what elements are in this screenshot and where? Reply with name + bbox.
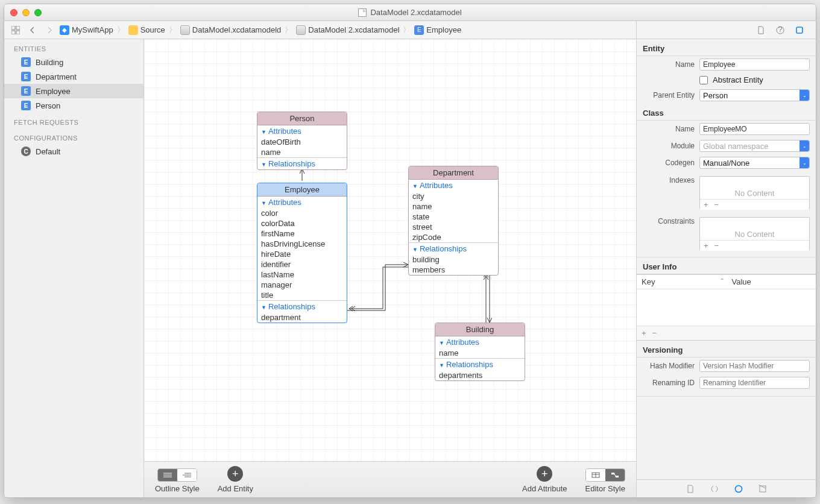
relationships-section[interactable]: ▼Relationships [409,242,498,254]
media-library-tab[interactable] [756,483,769,495]
svg-rect-6 [796,27,803,33]
help-inspector-tab[interactable]: ? [774,24,787,36]
hash-modifier-field[interactable] [699,360,810,372]
file-template-library-tab[interactable] [684,483,697,495]
datamodel-inspector-tab[interactable] [793,24,806,36]
attribute[interactable]: hireDate [257,249,347,259]
sidebar-entity-department[interactable]: EDepartment [4,69,144,84]
entity-icon: E [414,25,424,35]
editor-style-table-icon[interactable] [586,469,605,481]
attribute[interactable]: firstName [257,228,347,239]
editor-style-graph-icon[interactable] [605,469,625,481]
relationship[interactable]: building [409,254,498,265]
codegen-select[interactable]: Manual/None⌄ [699,157,810,169]
relationships-section[interactable]: ▼Relationships [257,157,347,169]
attribute[interactable]: lastName [257,269,347,280]
inspector-selector: ? [636,21,816,39]
attribute[interactable]: hasDrivingLicense [257,239,347,249]
add-attribute-button[interactable]: + Add Attribute [522,466,567,493]
attribute[interactable]: zipCode [409,232,498,242]
attributes-section[interactable]: ▼Attributes [257,197,347,208]
attributes-section[interactable]: ▼Attributes [409,180,498,191]
breadcrumb-item[interactable]: Source [140,25,165,34]
sidebar-item-label: Department [36,72,77,81]
breadcrumb-item[interactable]: Employee [426,25,461,34]
breadcrumb-item[interactable]: DataModel.xcdatamodeld [192,25,281,34]
breadcrumb-item[interactable]: MySwiftApp [72,25,113,34]
constraints-box[interactable]: No Content +− [699,217,810,251]
outline-style-list-icon[interactable] [158,469,177,481]
er-diagram-canvas[interactable]: Person ▼Attributes dateOfBirth name ▼Rel… [144,39,636,461]
forward-button[interactable] [43,24,56,36]
attribute[interactable]: state [409,212,498,222]
svg-rect-0 [11,26,15,30]
remove-index-button[interactable]: − [714,200,719,209]
outline-style-label: Outline Style [155,484,200,493]
file-inspector-tab[interactable] [754,24,768,36]
add-entity-button[interactable]: + Add Entity [218,466,253,493]
editor-style-segment[interactable] [585,468,625,482]
sidebar-entity-person[interactable]: EPerson [4,98,144,113]
folder-icon [128,25,138,35]
related-items-button[interactable] [9,24,22,36]
sidebar-entity-building[interactable]: EBuilding [4,55,144,69]
attribute[interactable]: colorData [257,218,347,228]
sidebar-config-default[interactable]: CDefault [4,144,144,159]
attribute[interactable]: color [257,208,347,218]
configurations-header: CONFIGURATIONS [4,128,144,144]
entity-title: Building [435,323,525,336]
svg-rect-2 [11,31,15,34]
relationships-section[interactable]: ▼Relationships [257,300,347,312]
attribute[interactable]: identifier [257,259,347,269]
attribute[interactable]: city [409,191,498,201]
relationship[interactable]: department [257,312,347,323]
userinfo-table[interactable]: Key ˆ Value +− [637,274,816,341]
add-index-button[interactable]: + [704,200,708,209]
outline-style-indent-icon[interactable] [177,469,197,481]
remove-constraint-button[interactable]: − [714,241,719,250]
attribute[interactable]: street [409,222,498,232]
minimize-window-button[interactable] [22,9,30,16]
attributes-section[interactable]: ▼Attributes [435,336,525,348]
editor-body: ENTITIES EBuilding EDepartment EEmployee… [4,39,816,497]
remove-userinfo-button[interactable]: − [652,329,657,338]
attribute[interactable]: dateOfBirth [257,137,347,147]
renaming-id-field[interactable] [699,377,810,389]
attribute[interactable]: name [435,348,525,358]
relationships-section[interactable]: ▼Relationships [435,358,525,370]
abstract-entity-checkbox[interactable] [699,76,708,84]
code-snippet-library-tab[interactable] [708,483,721,495]
class-name-field[interactable] [699,123,810,135]
relationship[interactable]: members [409,265,498,275]
window-title: DataModel 2.xcdatamodel [4,8,816,17]
breadcrumb-item[interactable]: DataModel 2.xcdatamodel [308,25,399,34]
outline-style-segment[interactable] [157,468,197,482]
svg-point-22 [735,485,742,492]
entity-box-employee[interactable]: Employee ▼Attributes color colorData fir… [257,183,347,323]
attribute[interactable]: name [257,147,347,157]
sidebar-entity-employee[interactable]: EEmployee [4,84,144,98]
attribute[interactable]: name [409,201,498,212]
attribute[interactable]: title [257,290,347,300]
sidebar-item-label: Default [36,147,60,156]
module-select[interactable]: Global namespace⌄ [699,140,810,152]
object-library-tab[interactable] [732,483,745,495]
attribute[interactable]: manager [257,280,347,290]
userinfo-key-header[interactable]: Key [642,277,721,286]
add-constraint-button[interactable]: + [704,241,708,250]
indexes-box[interactable]: No Content +− [699,176,810,210]
zoom-window-button[interactable] [34,9,42,16]
entity-box-building[interactable]: Building ▼Attributes name ▼Relationships… [435,323,525,381]
entity-name-field[interactable] [699,58,810,71]
entity-name-label: Name [643,60,695,69]
relationship[interactable]: departments [435,370,525,380]
userinfo-value-header[interactable]: Value [727,277,812,286]
entity-box-department[interactable]: Department ▼Attributes city name state s… [408,166,499,276]
back-button[interactable] [26,24,39,36]
entity-box-person[interactable]: Person ▼Attributes dateOfBirth name ▼Rel… [257,112,347,170]
close-window-button[interactable] [10,9,17,16]
sidebar-item-label: Employee [36,87,71,96]
add-userinfo-button[interactable]: + [642,329,646,338]
parent-entity-select[interactable]: Person⌄ [699,89,810,101]
attributes-section[interactable]: ▼Attributes [257,125,347,137]
